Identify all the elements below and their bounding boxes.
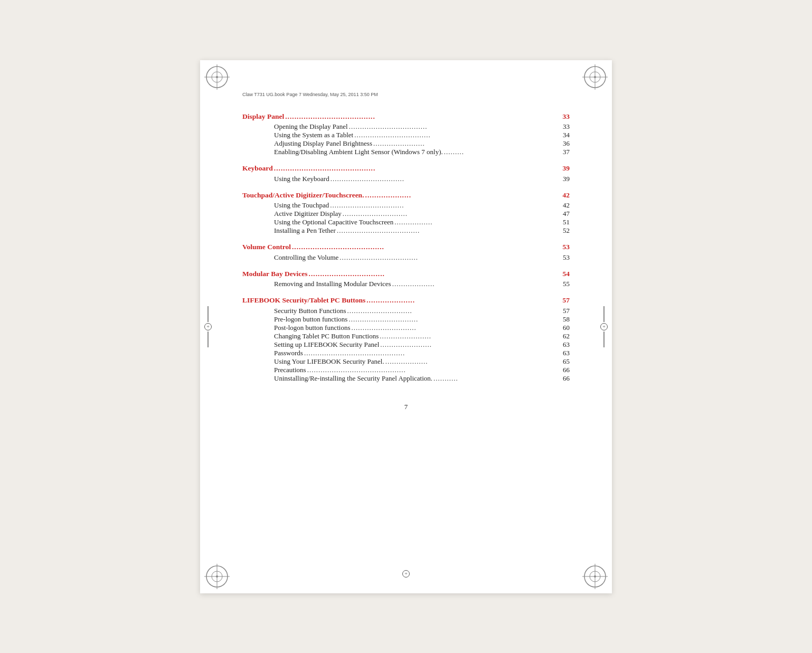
toc-section-keyboard: Keyboard................................… — [242, 165, 570, 182]
toc-subitem-page-touchpad-3: 52 — [563, 227, 570, 234]
toc-subitem-title-lifebook-security-1: Pre-logon button functions — [274, 316, 347, 323]
toc-subitem-dots-display-panel-2: ....................... — [373, 140, 562, 147]
toc-subitem-page-display-panel-1: 34 — [563, 131, 570, 138]
toc-subitem-title-display-panel-2: Adjusting Display Panel Brightness — [274, 140, 372, 147]
toc-subitem-lifebook-security-1: Pre-logon button functions..............… — [242, 316, 570, 323]
toc-heading-display-panel: Display Panel...........................… — [242, 113, 570, 120]
toc-subitem-dots-modular-bay-0: ................... — [392, 280, 562, 287]
toc-heading-dots-volume-control: ........................................ — [292, 243, 562, 251]
toc-heading-lifebook-security: LIFEBOOK Security/Tablet PC Buttons.....… — [242, 297, 570, 304]
toc-subitem-page-lifebook-security-4: 63 — [563, 341, 570, 348]
toc-subitem-title-lifebook-security-7: Precautions — [274, 366, 306, 373]
toc-subitem-page-lifebook-security-3: 62 — [563, 333, 570, 339]
toc-subitem-page-lifebook-security-7: 66 — [563, 366, 570, 373]
toc-section-display-panel: Display Panel...........................… — [242, 113, 570, 156]
svg-point-9 — [594, 76, 596, 78]
toc-subitem-page-modular-bay-0: 55 — [563, 280, 570, 287]
toc-heading-page-lifebook-security: 57 — [563, 297, 570, 304]
toc-subitem-touchpad-1: Active Digitizer Display................… — [242, 210, 570, 217]
toc-subitem-page-lifebook-security-6: 65 — [563, 358, 570, 365]
toc-subitem-title-keyboard-0: Using the Keyboard — [274, 175, 329, 182]
toc-subitem-page-lifebook-security-8: 66 — [563, 375, 570, 382]
toc-subitem-display-panel-2: Adjusting Display Panel Brightness......… — [242, 140, 570, 147]
toc-subitem-title-touchpad-1: Active Digitizer Display — [274, 210, 342, 217]
toc-subitem-page-display-panel-3: 37 — [563, 148, 570, 155]
toc-heading-page-modular-bay: 54 — [563, 270, 570, 278]
toc-subitem-title-modular-bay-0: Removing and Installing Modular Devices — [274, 280, 391, 287]
toc-heading-title-keyboard: Keyboard — [242, 165, 273, 172]
toc-subitem-dots-lifebook-security-6: ................... — [385, 358, 562, 365]
toc-heading-touchpad: Touchpad/Active Digitizer/Touchscreen...… — [242, 192, 570, 199]
toc-subitem-page-lifebook-security-1: 58 — [563, 316, 570, 323]
toc-heading-page-keyboard: 39 — [563, 165, 570, 172]
toc-subitem-lifebook-security-0: Security Button Functions...............… — [242, 307, 570, 314]
toc-heading-page-volume-control: 53 — [563, 243, 570, 251]
svg-point-4 — [216, 76, 218, 78]
toc-subitem-title-display-panel-3: Enabling/Disabling Ambient Light Sensor … — [274, 148, 443, 155]
toc-subitem-dots-volume-control-0: ................................... — [339, 254, 562, 261]
toc-subitem-page-display-panel-0: 33 — [563, 123, 570, 130]
toc-section-lifebook-security: LIFEBOOK Security/Tablet PC Buttons.....… — [242, 297, 570, 382]
toc-subitem-lifebook-security-6: Using Your LIFEBOOK Security Panel......… — [242, 358, 570, 365]
svg-point-14 — [216, 575, 218, 578]
toc-subitem-touchpad-2: Using the Optional Capacitive Touchscree… — [242, 219, 570, 225]
toc-subitem-dots-lifebook-security-0: ............................. — [347, 307, 562, 314]
toc-heading-page-display-panel: 33 — [563, 113, 570, 120]
toc-subitem-display-panel-1: Using the System as a Tablet............… — [242, 131, 570, 138]
toc-heading-title-touchpad: Touchpad/Active Digitizer/Touchscreen. — [242, 192, 364, 199]
toc-subitem-dots-display-panel-3: ......... — [444, 148, 562, 155]
toc-subitem-dots-lifebook-security-7: ........................................… — [307, 366, 562, 373]
toc-heading-volume-control: Volume Control..........................… — [242, 243, 570, 251]
page-container: Claw T731 UG.book Page 7 Wednesday, May … — [200, 60, 612, 593]
toc-heading-dots-lifebook-security: ..................... — [366, 297, 561, 304]
toc-subitem-dots-touchpad-0: ................................. — [330, 202, 562, 209]
toc-subitem-dots-lifebook-security-3: ....................... — [380, 333, 562, 339]
toc-section-modular-bay: Modular Bay Devices.....................… — [242, 270, 570, 288]
toc-subitem-lifebook-security-8: Uninstalling/Re-installing the Security … — [242, 375, 570, 382]
toc-heading-dots-modular-bay: ................................. — [309, 270, 562, 278]
toc-heading-dots-keyboard: ........................................… — [274, 165, 562, 172]
toc-heading-keyboard: Keyboard................................… — [242, 165, 570, 172]
right-registration-mark — [600, 306, 608, 347]
toc-heading-title-modular-bay: Modular Bay Devices — [242, 270, 308, 278]
toc-subitem-dots-display-panel-1: .................................. — [354, 131, 562, 138]
toc-subitem-page-lifebook-security-2: 60 — [563, 324, 570, 331]
toc-subitem-display-panel-3: Enabling/Disabling Ambient Light Sensor … — [242, 148, 570, 155]
toc-subitem-display-panel-0: Opening the Display Panel...............… — [242, 123, 570, 130]
toc-subitem-title-lifebook-security-5: Passwords — [274, 349, 303, 356]
corner-decoration-bottom-right — [582, 564, 608, 589]
corner-decoration-bottom-left — [204, 564, 230, 589]
toc-heading-title-volume-control: Volume Control — [242, 243, 291, 251]
toc-subitem-page-lifebook-security-5: 63 — [563, 349, 570, 356]
toc-subitem-lifebook-security-4: Setting up LIFEBOOK Security Panel......… — [242, 341, 570, 348]
toc-subitem-title-touchpad-2: Using the Optional Capacitive Touchscree… — [274, 219, 393, 225]
toc-heading-modular-bay: Modular Bay Devices.....................… — [242, 270, 570, 278]
toc-subitem-dots-lifebook-security-8: ........... — [433, 375, 562, 382]
toc-subitem-page-display-panel-2: 36 — [563, 140, 570, 147]
toc-subitem-dots-lifebook-security-5: ........................................… — [304, 349, 562, 356]
toc-subitem-dots-lifebook-security-1: ............................... — [348, 316, 562, 323]
toc-subitem-title-touchpad-0: Using the Touchpad — [274, 202, 329, 209]
left-registration-mark — [204, 306, 212, 347]
toc-subitem-page-keyboard-0: 39 — [563, 175, 570, 182]
header-text: Claw T731 UG.book Page 7 Wednesday, May … — [242, 92, 570, 97]
toc-heading-dots-touchpad: .................... — [365, 192, 562, 199]
toc-subitem-page-touchpad-2: 51 — [563, 219, 570, 225]
toc-subitem-title-display-panel-0: Opening the Display Panel — [274, 123, 348, 130]
toc-subitem-page-touchpad-1: 47 — [563, 210, 570, 217]
toc-subitem-dots-touchpad-1: ............................. — [343, 210, 562, 217]
toc-subitem-dots-touchpad-2: ................. — [394, 219, 562, 225]
toc-subitem-volume-control-0: Controlling the Volume..................… — [242, 254, 570, 261]
toc-subitem-title-lifebook-security-4: Setting up LIFEBOOK Security Panel — [274, 341, 379, 348]
toc-subitem-lifebook-security-3: Changing Tablet PC Button Functions.....… — [242, 333, 570, 339]
corner-decoration-top-right — [582, 64, 608, 90]
svg-point-19 — [594, 575, 596, 578]
toc-subitem-dots-display-panel-0: ................................... — [349, 123, 562, 130]
toc-subitem-lifebook-security-2: Post-logon button functions.............… — [242, 324, 570, 331]
toc-subitem-dots-lifebook-security-2: ............................. — [351, 324, 562, 331]
toc-heading-dots-display-panel: ....................................... — [285, 113, 561, 120]
toc-subitem-page-touchpad-0: 42 — [563, 202, 570, 209]
toc-subitem-title-display-panel-1: Using the System as a Tablet — [274, 131, 353, 138]
toc-subitem-lifebook-security-7: Precautions.............................… — [242, 366, 570, 373]
corner-decoration-top-left — [204, 64, 230, 90]
